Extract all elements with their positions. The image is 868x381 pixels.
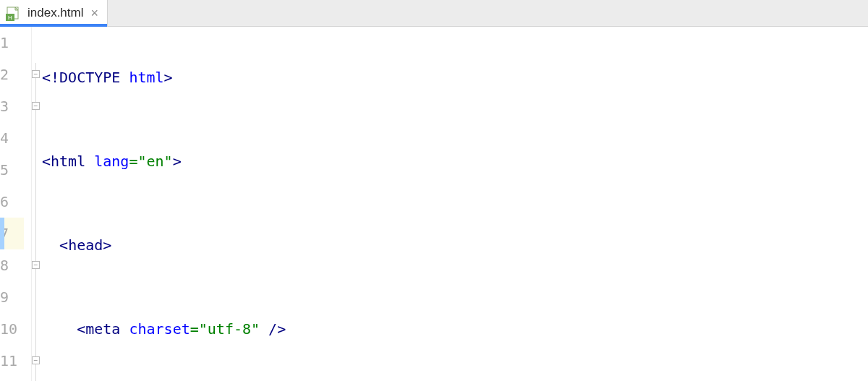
caret-line-marker [0,218,4,249]
code-line: <html lang="en"> [42,145,868,177]
tab-bar: H index.html × [0,0,868,27]
svg-text:H: H [8,14,12,21]
line-number: 5 [0,154,24,186]
line-number: 4 [0,122,24,154]
tab-index-html[interactable]: H index.html × [0,0,108,26]
html-file-icon: H [6,5,22,21]
line-number: 1 [0,27,24,59]
fold-toggle-icon[interactable]: − [32,356,40,364]
line-number: 9 [0,281,24,313]
line-number: 10 [0,313,24,345]
line-number: 8 [0,249,24,281]
code-area[interactable]: <!DOCTYPE html> <html lang="en"> <head> … [42,27,868,381]
line-number-gutter: 1 2 3 4 5 6 7 8 9 10 11 [0,27,32,381]
fold-toggle-icon[interactable]: − [32,70,40,78]
code-line: <meta charset="utf-8" /> [42,313,868,345]
code-line: <head> [42,229,868,261]
line-number: 3 [0,90,24,122]
code-editor[interactable]: 1 2 3 4 5 6 7 8 9 10 11 − − − − <!DOCTYP… [0,27,868,381]
tab-filename: index.html [27,6,83,20]
close-icon[interactable]: × [89,6,100,21]
line-number: 6 [0,186,24,218]
line-number: 11 [0,345,24,377]
fold-column: − − − − [32,27,42,381]
line-number: 2 [0,59,24,90]
fold-toggle-icon[interactable]: − [32,102,40,110]
code-line: <!DOCTYPE html> [42,61,868,93]
fold-toggle-icon[interactable]: − [32,261,40,269]
